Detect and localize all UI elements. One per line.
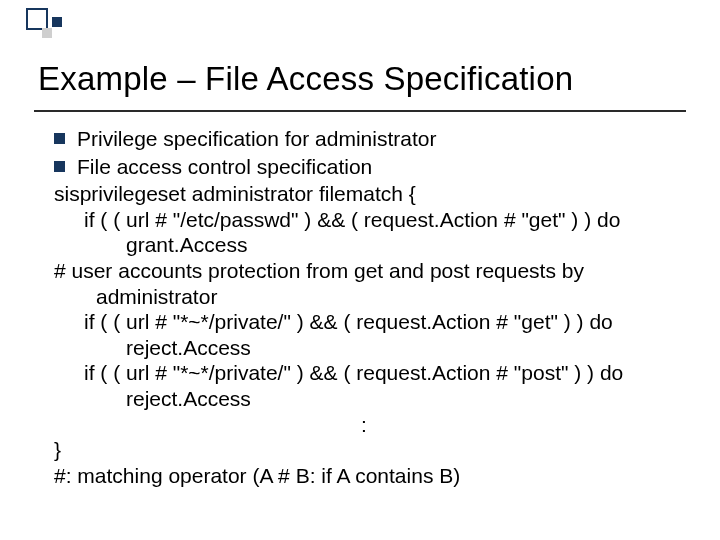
bullet-item: File access control specification	[54, 154, 674, 180]
code-line: # user accounts protection from get and …	[54, 258, 674, 309]
code-line: sisprivilegeset administrator filematch …	[54, 181, 674, 207]
square-bullet-icon	[54, 161, 65, 172]
slide-body: Privilege specification for administrato…	[54, 126, 674, 489]
bullet-text: File access control specification	[77, 154, 372, 180]
code-line: if ( ( url # "/etc/passwd" ) && ( reques…	[54, 207, 674, 258]
code-line: #: matching operator (A # B: if A contai…	[54, 463, 674, 489]
code-line: :	[54, 412, 674, 438]
bullet-text: Privilege specification for administrato…	[77, 126, 436, 152]
square-light-icon	[42, 28, 52, 38]
bullet-item: Privilege specification for administrato…	[54, 126, 674, 152]
slide: Example – File Access Specification Priv…	[0, 0, 720, 540]
corner-decoration	[26, 8, 96, 48]
title-underline	[34, 110, 686, 112]
square-bullet-icon	[54, 133, 65, 144]
slide-title: Example – File Access Specification	[38, 60, 573, 98]
code-line: if ( ( url # "*~*/private/" ) && ( reque…	[54, 309, 674, 360]
square-outline-icon	[26, 8, 48, 30]
code-line: if ( ( url # "*~*/private/" ) && ( reque…	[54, 360, 674, 411]
code-line: }	[54, 437, 674, 463]
square-dark-icon	[52, 17, 62, 27]
